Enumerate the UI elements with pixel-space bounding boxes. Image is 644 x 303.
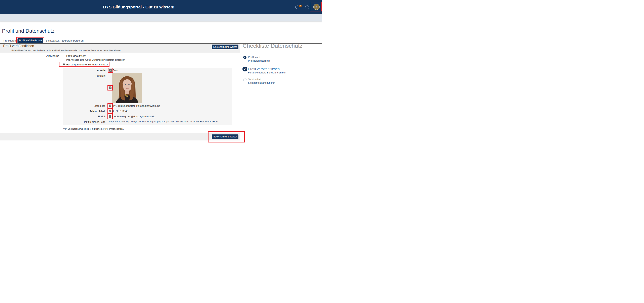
- activation-label: Aktivierung: [35, 54, 59, 57]
- search-icon: [305, 7, 310, 10]
- tab-profildaten[interactable]: Profildaten: [4, 39, 16, 42]
- search-button[interactable]: [305, 4, 310, 10]
- checklist-connector: [245, 59, 245, 67]
- save-and-continue-button-top[interactable]: Speichern und weiter: [212, 44, 238, 49]
- field-label-anrede: Anrede: [63, 69, 106, 72]
- field-value-anrede: Frau: [113, 69, 118, 72]
- form-footer-bar: [0, 133, 240, 140]
- checklist-step-done-icon: ✓: [243, 56, 246, 59]
- checkbox-anrede[interactable]: ✓: [109, 69, 112, 72]
- field-value-telefon-arbeit: 0871 81 3349: [112, 110, 128, 113]
- tab-export-importieren[interactable]: Export/Importieren: [62, 39, 84, 42]
- profile-photo: [112, 73, 142, 103]
- page-title: Profil und Datenschutz: [2, 28, 55, 34]
- field-value-email: stephanie.gross@drv-bayernsued.de: [112, 115, 155, 118]
- bell-icon: [294, 7, 299, 10]
- check-icon: ✓: [109, 105, 111, 107]
- secondary-header-bar: [0, 14, 322, 21]
- save-and-continue-button-bottom[interactable]: Speichern und weiter: [212, 134, 238, 139]
- section-description: Bitte wählen Sie aus, welche Daten in Ih…: [12, 49, 122, 51]
- radio-profil-deaktiviert-label[interactable]: Profil deaktiviert: [66, 54, 86, 57]
- radio-angemeldete-benutzer[interactable]: [63, 63, 65, 66]
- form-note: Vor- und Nachname sind bei aktiviertem P…: [63, 128, 124, 130]
- checklist-step-2-label: Profil veröffentlichen: [248, 67, 280, 71]
- check-icon: ✓: [244, 56, 246, 58]
- radio-profil-deaktiviert[interactable]: [63, 55, 65, 57]
- profile-page-link[interactable]: https://iliasbildung-drvbys.qualitus.net…: [109, 120, 218, 123]
- checklist-step-1-label: Profildaten: [248, 56, 260, 59]
- field-label-telefon-arbeit: Telefon Arbeit: [63, 110, 106, 113]
- checklist-step-3-sublink[interactable]: Sichtbarkeit konfigurieren: [248, 81, 275, 84]
- field-value-biete-hilfe: BYS Bildungsportal, Personalentwicklung: [112, 104, 160, 107]
- tab-sichtbarkeit[interactable]: Sichtbarkeit: [46, 39, 60, 42]
- app-title: BYS Bildungsportal - Gut zu wissen!: [103, 0, 174, 14]
- field-label-email: E-Mail: [63, 115, 106, 118]
- check-icon: ✓: [109, 87, 111, 89]
- checklist-title: Checkliste Datenschutz: [243, 42, 302, 49]
- checkbox-biete-hilfe[interactable]: ✓: [109, 105, 111, 107]
- checkbox-email[interactable]: ✓: [109, 115, 111, 118]
- tab-profil-veroeffentlichen[interactable]: Profil veröffentlichen: [18, 38, 44, 43]
- field-label-link: Link zu dieser Seite: [63, 120, 106, 123]
- checklist-step-current-icon: ✓: [242, 67, 247, 71]
- check-icon: ✓: [110, 69, 111, 71]
- field-label-biete-hilfe: Biete Hilfe: [63, 104, 106, 107]
- check-icon: ✓: [109, 115, 111, 118]
- checkbox-profilbild[interactable]: ✓: [109, 86, 112, 89]
- checklist-step-2-sublink[interactable]: Für angemeldete Benutzer sichtbar: [248, 71, 286, 74]
- radio-deactivated-help: Ihre Angaben sind nur für Systemadminist…: [66, 59, 125, 61]
- checklist-connector: [245, 72, 245, 78]
- checkbox-telefon-arbeit[interactable]: ✓: [109, 110, 111, 112]
- checklist-step-1-sublink[interactable]: Profildaten überprüft: [248, 59, 270, 62]
- notification-count-badge: 1: [299, 4, 302, 7]
- field-label-profilbild: Profilbild: [63, 74, 106, 77]
- check-icon: ✓: [109, 110, 111, 112]
- section-title: Profil veröffentlichen: [3, 44, 34, 48]
- checklist-step-3-label: Sichtbarkeit: [248, 78, 261, 81]
- radio-angemeldete-benutzer-label[interactable]: Für angemeldete Benutzer sichtbar: [66, 63, 109, 66]
- checklist-step-todo-icon: [243, 78, 246, 81]
- user-avatar[interactable]: SG: [313, 4, 320, 10]
- notifications-button[interactable]: [294, 4, 299, 9]
- check-icon: ✓: [244, 67, 246, 71]
